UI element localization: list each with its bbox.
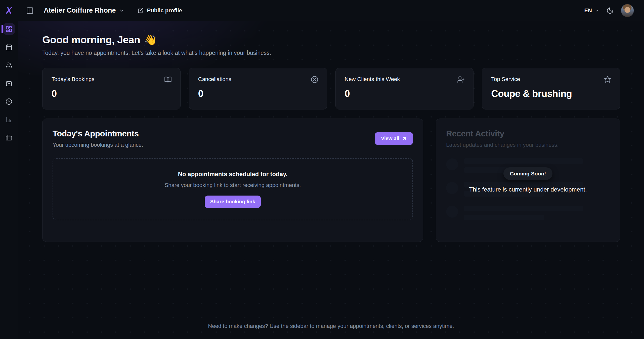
language-selector[interactable]: EN: [584, 7, 599, 14]
services-button[interactable]: [3, 78, 15, 89]
greeting-subtitle: Today, you have no appointments. Let’s t…: [42, 50, 620, 56]
panel-left-icon: [26, 7, 34, 14]
coming-soon-badge: Coming Soon!: [503, 167, 552, 180]
sidebar-item-calendar[interactable]: [0, 41, 18, 53]
chevron-down-icon: [594, 8, 599, 13]
sidebar: X: [0, 0, 18, 339]
sidebar-nav: [0, 21, 18, 143]
dashboard-button[interactable]: [3, 23, 15, 35]
calendar-icon: [6, 44, 12, 51]
sidebar-item-dashboard[interactable]: [0, 23, 18, 35]
stat-card-new-clients: New Clients this Week 0: [335, 68, 474, 109]
app-logo[interactable]: X: [0, 0, 18, 21]
arrow-up-right-icon: [402, 136, 407, 141]
public-profile-link[interactable]: Public profile: [138, 7, 182, 14]
stat-card-cancellations: Cancellations 0: [189, 68, 327, 109]
header-actions: EN: [584, 4, 634, 17]
stat-label: Top Service: [491, 76, 611, 83]
clock-icon: [6, 98, 12, 105]
coming-soon-overlay: Coming Soon! This feature is currently u…: [436, 119, 620, 242]
theme-toggle-button[interactable]: [606, 7, 614, 14]
appointments-title: Today's Appointments: [53, 129, 143, 138]
stat-label: Today's Bookings: [52, 76, 171, 83]
sidebar-item-analytics[interactable]: [0, 114, 18, 125]
star-icon: [604, 76, 611, 83]
dashboard-panels: Today's Appointments Your upcoming booki…: [42, 119, 620, 242]
sidebar-toggle-button[interactable]: [26, 7, 34, 14]
view-all-label: View all: [381, 136, 399, 141]
coming-soon-message: This feature is currently under developm…: [469, 186, 587, 193]
stat-card-todays-bookings: Today's Bookings 0: [42, 68, 181, 109]
empty-state-subtitle: Share your booking link to start receivi…: [165, 182, 301, 189]
language-label: EN: [584, 7, 592, 14]
stat-value: Coupe & brushing: [491, 88, 611, 99]
stat-value: 0: [198, 88, 318, 99]
app-root: X: [0, 0, 644, 339]
todays-appointments-card: Today's Appointments Your upcoming booki…: [42, 119, 423, 242]
appointments-header: Today's Appointments Your upcoming booki…: [53, 129, 413, 148]
stat-label: New Clients this Week: [345, 76, 464, 83]
circle-x-icon: [311, 76, 318, 83]
share-booking-link-button[interactable]: Share booking link: [205, 196, 261, 208]
layout-dashboard-icon: [6, 26, 12, 32]
user-avatar[interactable]: [621, 4, 634, 17]
bar-chart-icon: [6, 116, 12, 123]
appointments-subtitle: Your upcoming bookings at a glance.: [53, 142, 143, 148]
stat-card-top-service: Top Service Coupe & brushing: [482, 68, 620, 109]
shopping-bag-icon: [6, 80, 12, 87]
top-bar: Atelier Coiffure Rhone Public profile EN: [18, 0, 644, 21]
stat-label: Cancellations: [198, 76, 318, 83]
brand-x-logo: X: [6, 6, 12, 15]
stat-value: 0: [345, 88, 464, 99]
wave-emoji: 👋: [144, 34, 157, 46]
sidebar-item-clients[interactable]: [0, 59, 18, 71]
business-button[interactable]: [3, 132, 15, 143]
footer-hint: Need to make changes? Use the sidebar to…: [18, 323, 644, 329]
share-booking-link-label: Share booking link: [210, 199, 255, 205]
history-button[interactable]: [3, 96, 15, 107]
greeting-text: Good morning, Jean: [42, 34, 140, 46]
analytics-button[interactable]: [3, 114, 15, 125]
briefcase-icon: [6, 134, 12, 141]
recent-activity-card: Recent Activity Latest updates and chang…: [436, 119, 620, 242]
active-indicator: [2, 25, 3, 33]
main-content: Good morning, Jean 👋 Today, you have no …: [18, 21, 644, 339]
chevron-down-icon[interactable]: [119, 8, 124, 13]
stats-row: Today's Bookings 0 Cancellations 0 New C…: [42, 68, 620, 109]
appointments-empty-state: No appointments scheduled for today. Sha…: [53, 158, 413, 220]
sidebar-item-services[interactable]: [0, 78, 18, 89]
users-icon: [6, 62, 12, 69]
user-plus-icon: [457, 76, 465, 83]
public-profile-label: Public profile: [147, 7, 182, 14]
sidebar-item-history[interactable]: [0, 96, 18, 107]
external-link-icon: [138, 7, 144, 14]
moon-icon: [606, 7, 614, 14]
book-open-icon: [164, 76, 172, 83]
calendar-button[interactable]: [3, 41, 15, 53]
view-all-button[interactable]: View all: [375, 132, 413, 145]
page-title: Good morning, Jean 👋: [42, 34, 620, 46]
stat-value: 0: [52, 88, 171, 99]
business-name[interactable]: Atelier Coiffure Rhone: [44, 7, 116, 14]
empty-state-title: No appointments scheduled for today.: [178, 171, 288, 178]
clients-button[interactable]: [3, 59, 15, 71]
sidebar-item-business[interactable]: [0, 132, 18, 143]
